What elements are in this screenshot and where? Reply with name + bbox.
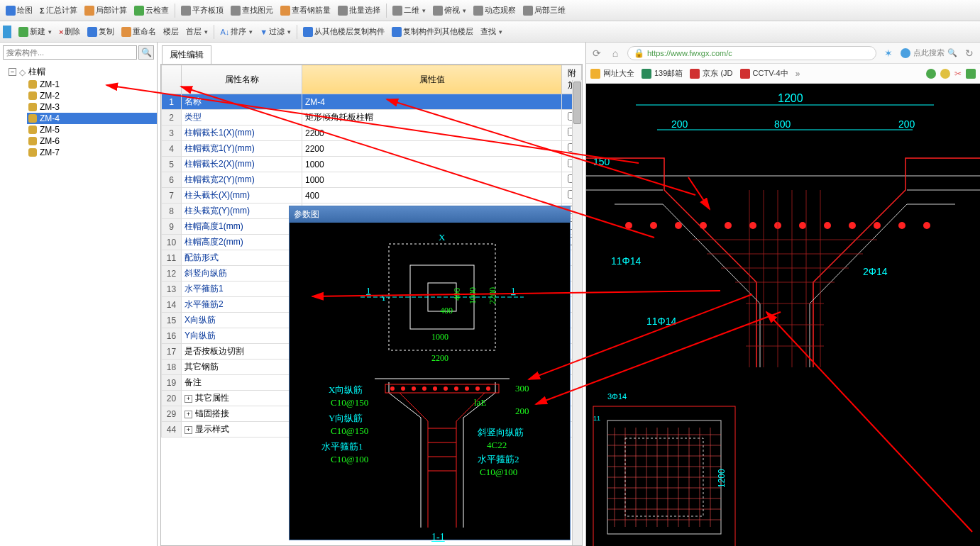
bookmark-item[interactable]: 京东 (JD <box>690 68 732 79</box>
prop-value[interactable]: 2200 <box>302 141 562 157</box>
row-number: 12 <box>162 266 182 282</box>
search-hint[interactable]: 点此搜索 <box>913 48 945 58</box>
url-box[interactable]: 🔒 https://www.fwxgx.com/c <box>627 46 876 60</box>
tree-item-zm-7[interactable]: ZM-7 <box>27 147 157 158</box>
col-name: 属性名称 <box>182 65 302 94</box>
tb-batch[interactable]: 批量选择 <box>335 4 383 17</box>
paw-icon <box>901 48 910 58</box>
home-icon[interactable]: ⌂ <box>609 47 622 60</box>
tree-item-label: ZM-2 <box>40 91 60 101</box>
tb-draw[interactable]: 绘图 <box>3 4 35 17</box>
prop-value[interactable]: 矩形倾角托板柱帽 <box>302 110 562 126</box>
tb-dyn[interactable]: 动态观察 <box>470 4 519 17</box>
ext-icon-3[interactable] <box>966 69 976 79</box>
row-number: 10 <box>162 235 182 250</box>
properties-scrollbar[interactable] <box>572 80 582 545</box>
param-diagram-title: 参数图 <box>290 206 570 223</box>
svg-text:C10@150: C10@150 <box>331 397 368 408</box>
tb-3d[interactable]: 局部三维 <box>520 4 568 17</box>
tb-copyto[interactable]: 复制构件到其他楼层 <box>389 25 476 38</box>
prop-name: +其它属性 <box>182 391 302 406</box>
tree-item-zm-5[interactable]: ZM-5 <box>27 124 157 135</box>
prop-row[interactable]: 6柱帽截宽2(Y)(mm)1000 <box>162 172 582 188</box>
bookmarks-more[interactable]: » <box>795 69 800 79</box>
prop-row[interactable]: 7柱头截长(X)(mm)400 <box>162 188 582 204</box>
dim-200a: 200 <box>671 118 688 130</box>
col-value: 属性值 <box>302 65 562 94</box>
prop-value[interactable]: 2200 <box>302 126 562 141</box>
tb-filter[interactable]: ▼过滤 <box>257 25 294 38</box>
rebar-11phi14-left: 11Φ14 <box>611 255 642 267</box>
prop-value[interactable]: 1000 <box>302 172 562 188</box>
parameter-diagram-window[interactable]: 参数图 X Y 1 1 400 400 1000 1000 2200 2200 <box>289 206 571 540</box>
tb-cloud[interactable]: 云检查 <box>131 4 172 17</box>
prop-row[interactable]: 4柱帽截宽1(Y)(mm)2200 <box>162 141 582 157</box>
svg-point-10 <box>749 222 756 229</box>
svg-point-14 <box>849 222 856 229</box>
svg-text:400: 400 <box>440 306 453 316</box>
tree-item-zm-3[interactable]: ZM-3 <box>27 101 157 113</box>
ext-icon-2[interactable] <box>940 69 950 79</box>
search-icon[interactable]: 🔍 <box>947 48 957 57</box>
tb-sort[interactable]: A↓排序 <box>217 25 255 38</box>
svg-text:200: 200 <box>515 406 529 416</box>
refresh-icon[interactable]: ⟳ <box>590 47 603 60</box>
dim-800: 800 <box>774 118 791 130</box>
prop-row[interactable]: 5柱帽截长2(X)(mm)1000 <box>162 157 582 172</box>
tb-rebar[interactable]: 查看钢筋量 <box>277 4 334 17</box>
tree-item-zm-4[interactable]: ZM-4 <box>27 113 157 124</box>
tb-slab[interactable]: 平齐板顶 <box>178 4 226 17</box>
svg-point-73 <box>433 386 437 391</box>
tb-search2[interactable]: 查找 <box>478 25 505 38</box>
browser-address-bar: ⟳ ⌂ 🔒 https://www.fwxgx.com/c ✶ 点此搜索 🔍 ↻ <box>586 43 980 64</box>
tb-viewmode[interactable]: 二维 <box>390 4 429 17</box>
tree-item-zm-2[interactable]: ZM-2 <box>27 90 157 101</box>
svg-text:C10@100: C10@100 <box>480 467 517 477</box>
gear-icon <box>28 137 37 145</box>
tb-new[interactable]: 新建 <box>16 25 55 38</box>
row-number: 15 <box>162 313 182 328</box>
tree-item-zm-6[interactable]: ZM-6 <box>27 135 157 147</box>
tb-delete[interactable]: ×删除 <box>56 25 83 38</box>
bookmark-bar: 网址大全139邮箱京东 (JDCCTV-4中 » ✂ <box>586 64 980 84</box>
tb-rename[interactable]: 重命名 <box>119 25 159 38</box>
tb-floor-label: 楼层 <box>160 25 182 38</box>
tb-copy[interactable]: 复制 <box>84 25 117 38</box>
tb-copyfrom[interactable]: 从其他楼层复制构件 <box>300 25 387 38</box>
share-icon[interactable]: ✶ <box>882 47 895 60</box>
tree-root[interactable]: − ◇ 柱帽 <box>7 65 157 79</box>
bookmark-icon <box>690 69 700 79</box>
properties-tab[interactable]: 属性编辑 <box>162 45 211 64</box>
tb-floor-select[interactable]: 首层 <box>183 25 211 38</box>
svg-point-9 <box>725 222 732 229</box>
svg-point-72 <box>422 386 426 391</box>
reload-icon[interactable]: ↻ <box>963 47 976 60</box>
tb-topview[interactable]: 俯视 <box>430 4 469 17</box>
tree-collapse-icon[interactable]: − <box>9 68 16 76</box>
prop-value[interactable]: 400 <box>302 188 562 204</box>
svg-point-13 <box>824 222 831 229</box>
lock-icon: 🔒 <box>634 48 644 58</box>
search-input[interactable] <box>3 45 137 60</box>
bookmark-icon <box>642 69 651 79</box>
prop-value[interactable]: 1000 <box>302 157 562 172</box>
tb-sum[interactable]: Σ 汇总计算 <box>37 4 80 17</box>
tb-local[interactable]: 局部计算 <box>82 4 130 17</box>
ext-icon-1[interactable] <box>926 69 936 79</box>
search-button[interactable]: 🔍 <box>138 45 154 60</box>
cad-drawing-view[interactable]: 1200 200 800 200 150 <box>586 84 980 546</box>
bookmark-item[interactable]: 139邮箱 <box>642 68 683 79</box>
tb-find[interactable]: 查找图元 <box>228 4 276 17</box>
prop-row[interactable]: 1名称ZM-4 <box>162 94 582 110</box>
prop-row[interactable]: 3柱帽截长1(X)(mm)2200 <box>162 126 582 141</box>
svg-point-8 <box>700 222 707 229</box>
tree-item-zm-1[interactable]: ZM-1 <box>27 79 157 90</box>
svg-text:400: 400 <box>452 288 462 301</box>
prop-row[interactable]: 2类型矩形倾角托板柱帽 <box>162 110 582 126</box>
rebar-3phi14: 3Φ14 <box>607 392 627 401</box>
ext-scissors-icon[interactable]: ✂ <box>954 69 962 79</box>
url-text: https://www.fwxgx.com/c <box>647 49 732 57</box>
bookmark-item[interactable]: 网址大全 <box>590 68 634 79</box>
bookmark-item[interactable]: CCTV-4中 <box>740 68 788 79</box>
prop-value[interactable]: ZM-4 <box>302 94 562 110</box>
